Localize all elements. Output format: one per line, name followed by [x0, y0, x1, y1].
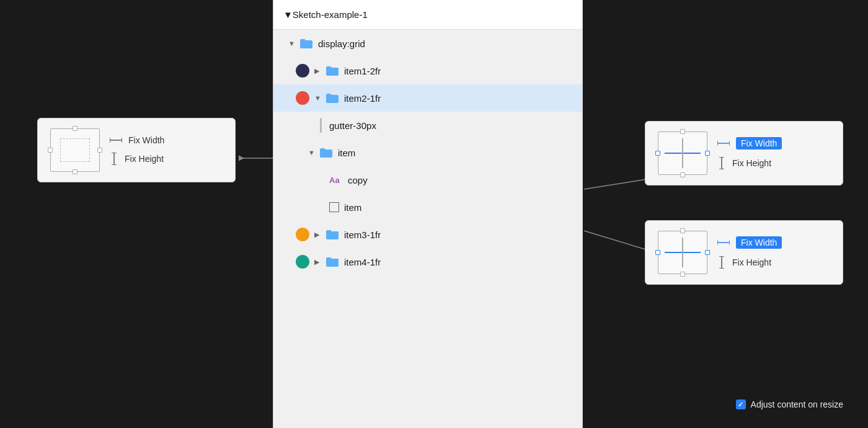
folder-icon-item3 [326, 229, 339, 240]
left-resize-card: Fix Width Fix Height [37, 118, 236, 182]
folder-icon-display-grid [299, 38, 313, 49]
tree-row-item-folder[interactable]: ▼ item [273, 139, 582, 166]
chevron-item2: ▼ [314, 94, 323, 102]
fix-width-label-left: Fix Width [128, 135, 164, 145]
fix-height-option-right-1[interactable]: Fix Height [717, 157, 782, 169]
handle-right [97, 148, 102, 153]
fix-height-option-right-2[interactable]: Fix Height [717, 256, 782, 269]
tree-row-gutter[interactable]: gutter-30px [273, 112, 582, 139]
fix-height-icon-left [110, 153, 118, 165]
chevron-item3: ▶ [314, 231, 323, 239]
dot-item1 [296, 64, 309, 78]
v-line-2 [682, 238, 683, 267]
fix-width-option-left[interactable]: Fix Width [110, 135, 164, 145]
fix-height-option-left[interactable]: Fix Height [110, 153, 164, 165]
fix-width-icon-right-2 [717, 238, 730, 247]
fix-width-option-right-1[interactable]: Fix Width [717, 137, 782, 149]
left-fix-options: Fix Width Fix Height [110, 135, 164, 165]
handle-left [48, 148, 53, 153]
label-item-folder: item [338, 148, 355, 158]
label-gutter: gutter-30px [329, 120, 376, 131]
chevron-display-grid: ▼ [288, 40, 297, 47]
adjust-content-row[interactable]: Adjust content on resize [736, 399, 843, 409]
tree-row-copy[interactable]: Aa copy [273, 166, 582, 194]
chevron-item-folder: ▼ [308, 149, 317, 156]
handle-right-active-2 [705, 250, 710, 255]
handle-bottom [73, 169, 78, 174]
label-item3-1fr: item3-1fr [344, 230, 381, 240]
dot-item4 [296, 255, 309, 269]
label-item1-2fr: item1-2fr [344, 66, 381, 76]
tree-root-row[interactable]: ▼ Sketch-example-1 [273, 0, 582, 30]
adjust-content-label: Adjust content on resize [751, 399, 843, 409]
handle-top [73, 126, 78, 131]
v-line-1 [682, 138, 683, 168]
left-resize-preview [50, 128, 100, 172]
fix-width-icon-right-1 [717, 139, 730, 148]
chevron-item1: ▶ [314, 67, 323, 75]
label-item4-1fr: item4-1fr [344, 257, 381, 267]
fix-height-label-left: Fix Height [125, 154, 164, 164]
rect-icon [329, 202, 339, 212]
label-item2-1fr: item2-1fr [344, 93, 381, 104]
right-resize-card-1: Fix Width Fix Height [645, 121, 843, 185]
tree-row-item1-2fr[interactable]: ▶ item1-2fr [273, 57, 582, 84]
label-display-grid: display:grid [318, 38, 365, 49]
tree-container: ▼ Sketch-example-1 ▼ display:grid ▶ item… [273, 0, 582, 275]
folder-icon-item4 [326, 256, 339, 267]
fix-height-icon-right-1 [717, 157, 726, 169]
fix-height-icon-right-2 [717, 256, 726, 269]
right-fix-options-1: Fix Width Fix Height [717, 137, 782, 169]
handle-right-active-1 [705, 151, 710, 156]
tree-row-item3-1fr[interactable]: ▶ item3-1fr [273, 221, 582, 248]
fix-width-label-right-1: Fix Width [736, 137, 782, 149]
tree-row-item4-1fr[interactable]: ▶ item4-1fr [273, 248, 582, 275]
folder-icon-item1 [326, 65, 339, 76]
handle-top-g-2 [680, 228, 685, 233]
chevron-item4: ▶ [314, 258, 323, 266]
root-chevron: ▼ [283, 9, 293, 20]
fix-width-icon-left [110, 136, 122, 145]
handle-bottom-g-2 [680, 272, 685, 277]
fix-width-label-right-2: Fix Width [736, 236, 782, 249]
root-label: Sketch-example-1 [293, 9, 368, 20]
folder-icon-item [319, 147, 333, 158]
label-item-rect: item [344, 202, 361, 213]
fix-height-label-right-2: Fix Height [732, 257, 771, 267]
handle-top-g-1 [680, 129, 685, 134]
aa-icon: Aa [329, 176, 343, 185]
fix-height-label-right-1: Fix Height [732, 158, 771, 168]
folder-icon-item2 [326, 92, 339, 104]
dot-item3 [296, 228, 309, 241]
right-fix-options-2: Fix Width Fix Height [717, 236, 782, 269]
handle-left-active-1 [655, 151, 660, 156]
tree-panel: ▼ Sketch-example-1 ▼ display:grid ▶ item… [273, 0, 583, 428]
dot-item2 [296, 91, 309, 105]
gutter-icon [317, 118, 324, 132]
tree-row-item2-1fr[interactable]: ▼ item2-1fr [273, 84, 582, 112]
right-resize-card-2: Fix Width Fix Height [645, 220, 843, 285]
right-resize-preview-1 [658, 132, 707, 175]
inner-box [60, 138, 90, 162]
right-resize-preview-2 [658, 231, 707, 274]
adjust-content-checkbox[interactable] [736, 399, 746, 409]
tree-row-display-grid[interactable]: ▼ display:grid [273, 30, 582, 57]
fix-width-option-right-2[interactable]: Fix Width [717, 236, 782, 249]
handle-bottom-g-1 [680, 172, 685, 177]
label-copy: copy [348, 175, 368, 185]
handle-left-active-2 [655, 250, 660, 255]
tree-row-item-rect[interactable]: item [273, 194, 582, 221]
